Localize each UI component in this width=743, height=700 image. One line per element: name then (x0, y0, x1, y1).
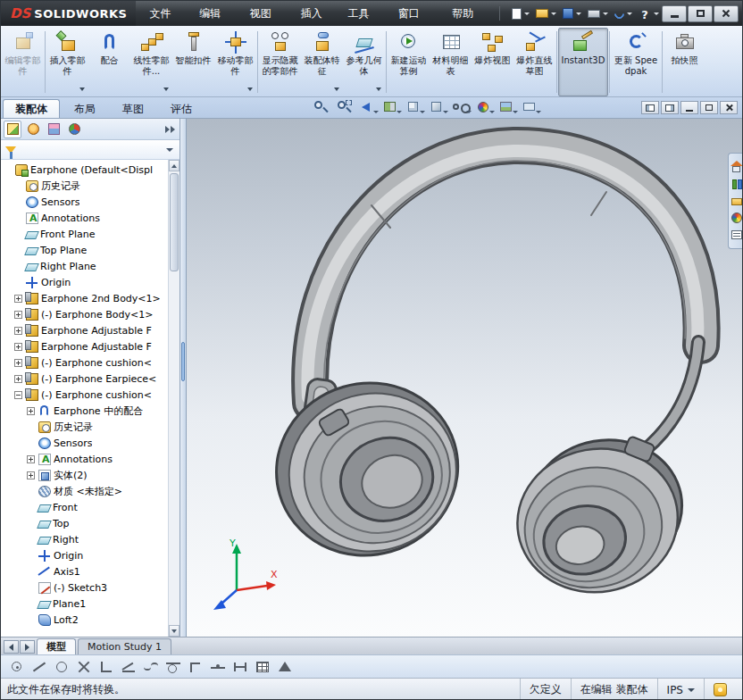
tree-item-solid-bodies[interactable]: 实体(2) (1, 467, 168, 483)
panel-left-toggle-button[interactable] (641, 101, 659, 114)
tree-item-mates[interactable]: Earphone 中的配合 (1, 403, 168, 419)
tree-item-earphone-adjustable-2[interactable]: Earphone Adjustable F (1, 338, 168, 354)
ribbon-button-move-component[interactable]: 移动零部件 (214, 28, 256, 96)
document-close-button[interactable] (720, 101, 738, 114)
ribbon-button-new-motion-study[interactable]: 新建运动算例 (388, 28, 430, 96)
splitter-right-button[interactable] (20, 640, 35, 654)
tree-item-origin[interactable]: Origin (1, 274, 168, 290)
minimize-button[interactable] (662, 5, 687, 22)
tab-layout[interactable]: 布局 (62, 99, 108, 118)
configurationmanager-tab[interactable] (45, 121, 63, 138)
file-explorer-icon[interactable] (730, 195, 743, 207)
ribbon-button-smart-fasteners[interactable]: 智能扣件 (172, 28, 214, 96)
spline-snap-icon[interactable] (142, 659, 160, 675)
print-button[interactable] (585, 4, 611, 23)
menu-file[interactable]: 文件(F) (141, 1, 191, 26)
menu-tools[interactable]: 工具(T) (339, 1, 389, 26)
expand-icon[interactable] (14, 359, 22, 367)
ribbon-button-explode-line-sketch[interactable]: 爆炸直线草图 (513, 28, 555, 96)
ribbon-button-mate[interactable]: 配合 (88, 28, 130, 96)
tree-item-earphone-root[interactable]: Earphone (Default<Displ (1, 162, 168, 178)
tree-item-plane1[interactable]: Plane1 (1, 596, 168, 612)
panel-right-toggle-button[interactable] (661, 101, 679, 114)
tree-item-earphone-cushion-1[interactable]: (-) Earphone cushion< (1, 354, 168, 371)
tree-item-earphone-cushion-2[interactable]: (-) Earphone cushion< (1, 387, 168, 403)
expand-icon[interactable] (27, 407, 35, 415)
display-style-icon[interactable] (428, 99, 447, 115)
graphics-viewport[interactable]: Y X (187, 119, 743, 637)
tree-item-right-plane[interactable]: Right Plane (1, 258, 168, 274)
menu-window[interactable]: 窗口(W) (390, 1, 444, 26)
tab-motion-study-1[interactable]: Motion Study 1 (78, 638, 171, 654)
angle-snap-icon[interactable] (120, 659, 138, 675)
tree-item-sensors[interactable]: Sensors (1, 194, 168, 210)
ribbon-button-reference-geometry[interactable]: 参考几何体 (343, 28, 385, 96)
tree-item-axis1[interactable]: Axis1 (1, 563, 168, 579)
menu-help[interactable]: 帮助(H) (444, 1, 496, 26)
chevron-down-icon[interactable] (166, 148, 173, 152)
help-button[interactable] (636, 4, 662, 23)
ribbon-button-instant3d[interactable]: Instant3D (558, 28, 608, 96)
scrollbar-thumb[interactable] (170, 173, 179, 271)
tree-item-right[interactable]: Right (1, 531, 168, 547)
units-selector[interactable]: IPS (657, 679, 704, 700)
tab-model[interactable]: 模型 (37, 638, 76, 654)
expand-icon[interactable] (14, 295, 22, 303)
splitter-grip[interactable] (181, 342, 185, 381)
displaymanager-tab[interactable] (65, 121, 83, 138)
zoom-to-area-icon[interactable] (335, 99, 355, 115)
ribbon-button-linear-component-pattern[interactable]: 线性零部件... (130, 28, 172, 96)
expand-icon[interactable] (14, 327, 22, 335)
panel-overflow-chevron-icon[interactable] (164, 124, 177, 135)
ribbon-button-insert-components[interactable]: 插入零部件 (46, 28, 88, 96)
new-document-button[interactable] (509, 4, 532, 23)
featuremanager-tab[interactable] (4, 121, 21, 138)
perpendicular-snap-icon[interactable] (97, 659, 115, 675)
collapse-icon[interactable] (14, 391, 22, 399)
quick-tips-icon[interactable] (714, 683, 727, 696)
splitter-left-button[interactable] (4, 640, 19, 654)
ribbon-button-update-speedpak[interactable]: 更新 Speedpak (611, 28, 661, 96)
section-view-icon[interactable] (381, 99, 401, 115)
document-restore-button[interactable] (700, 101, 718, 114)
appearances-icon[interactable] (730, 212, 743, 224)
grid-snap-icon[interactable] (254, 659, 271, 675)
tree-item-earphone-body[interactable]: (-) Earphone Body<1> (1, 306, 168, 322)
zoom-to-fit-icon[interactable] (312, 99, 331, 115)
propertymanager-tab[interactable] (24, 121, 42, 138)
tree-item-earphone-adjustable-1[interactable]: Earphone Adjustable F (1, 322, 168, 338)
tangent-snap-icon[interactable] (164, 659, 182, 675)
tab-evaluate[interactable]: 评估 (158, 99, 205, 118)
edit-appearance-icon[interactable] (474, 99, 494, 115)
ribbon-button-assembly-features[interactable]: 装配体特征 (301, 28, 343, 96)
hide-show-items-icon[interactable] (451, 99, 471, 115)
tree-item-history-2[interactable]: 历史记录 (1, 419, 168, 435)
undo-button[interactable] (612, 4, 635, 23)
quick-snap-toggle-icon[interactable] (231, 659, 249, 675)
tree-item-front[interactable]: Front (1, 499, 168, 515)
tree-item-history[interactable]: 历史记录 (1, 178, 168, 194)
expand-icon[interactable] (14, 375, 22, 383)
scroll-up-button[interactable] (169, 160, 179, 171)
open-button[interactable] (533, 4, 559, 23)
tab-sketch[interactable]: 草图 (110, 99, 156, 118)
intersection-snap-icon[interactable] (75, 659, 93, 675)
close-button[interactable] (714, 5, 739, 22)
panel-splitter[interactable] (180, 119, 187, 637)
tree-item-earphone-2nd-body[interactable]: Earphone 2nd Body<1> (1, 290, 168, 306)
solidworks-resources-home-icon[interactable] (730, 161, 743, 173)
ribbon-button-take-snapshot[interactable]: 拍快照 (664, 28, 705, 96)
tree-item-annotations-2[interactable]: Annotations (1, 451, 168, 467)
menu-view[interactable]: 视图(V) (242, 1, 293, 26)
previous-view-icon[interactable] (358, 99, 378, 115)
custom-properties-icon[interactable] (730, 229, 743, 241)
tree-scrollbar[interactable] (168, 160, 179, 637)
corner-snap-icon[interactable] (187, 659, 205, 675)
tree-item-front-plane[interactable]: Front Plane (1, 226, 168, 242)
midpoint-snap-icon[interactable] (209, 659, 227, 675)
center-point-snap-icon[interactable] (8, 659, 26, 675)
design-library-icon[interactable] (730, 178, 743, 190)
tree-item-material[interactable]: 材质 <未指定> (1, 483, 168, 499)
tree-item-top-plane[interactable]: Top Plane (1, 242, 168, 258)
expand-icon[interactable] (14, 311, 22, 319)
